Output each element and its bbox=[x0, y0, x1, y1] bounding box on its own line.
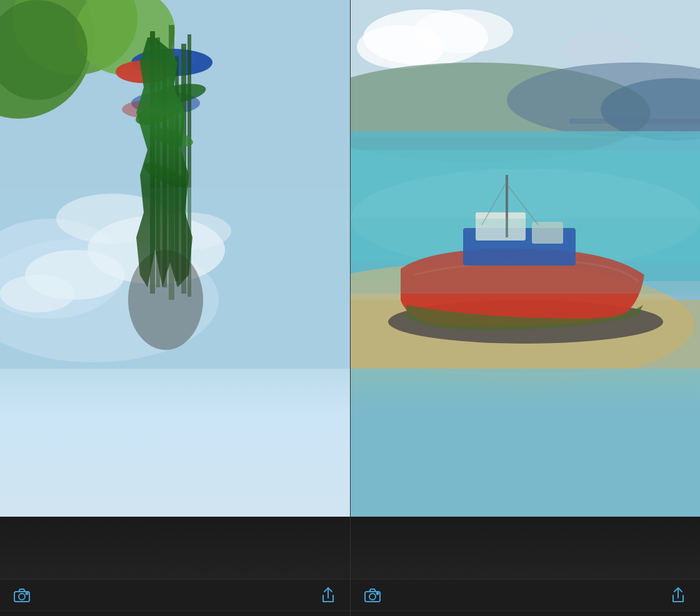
svg-rect-21 bbox=[181, 44, 186, 294]
left-filter-strip: Vibrant Natural bbox=[0, 611, 350, 616]
svg-point-31 bbox=[26, 592, 28, 594]
svg-point-85 bbox=[369, 594, 376, 600]
right-toolbar bbox=[351, 579, 700, 611]
left-dark-spacer bbox=[0, 517, 350, 580]
camera-icon bbox=[13, 588, 31, 603]
right-share-button[interactable] bbox=[669, 586, 688, 605]
right-dark-spacer bbox=[351, 517, 700, 580]
svg-rect-83 bbox=[351, 219, 700, 294]
left-panel: Vibrant Natural bbox=[0, 0, 350, 616]
svg-rect-28 bbox=[0, 187, 350, 369]
right-camera-icon bbox=[364, 588, 381, 603]
svg-rect-17 bbox=[156, 37, 160, 287]
svg-point-26 bbox=[141, 158, 190, 192]
right-filter-strip: Soaked Shallow bbox=[351, 611, 700, 616]
svg-rect-70 bbox=[569, 119, 700, 124]
left-toolbar bbox=[0, 579, 350, 611]
left-share-button[interactable] bbox=[319, 586, 338, 605]
svg-point-15 bbox=[122, 101, 172, 118]
left-watercolor-svg bbox=[0, 0, 350, 369]
right-panel: Soaked Shallow bbox=[350, 0, 700, 616]
left-image-canvas[interactable] bbox=[0, 0, 350, 517]
svg-point-86 bbox=[377, 592, 379, 594]
right-share-icon bbox=[671, 587, 686, 604]
svg-rect-19 bbox=[169, 25, 174, 300]
svg-point-65 bbox=[413, 9, 513, 53]
right-camera-button[interactable] bbox=[363, 586, 382, 605]
right-watercolor-svg bbox=[351, 0, 700, 369]
svg-point-13 bbox=[116, 61, 172, 83]
svg-rect-18 bbox=[162, 50, 167, 287]
svg-point-23 bbox=[132, 95, 186, 130]
svg-point-30 bbox=[19, 594, 25, 600]
share-icon bbox=[321, 587, 336, 604]
left-camera-button[interactable] bbox=[12, 586, 31, 605]
right-image-canvas[interactable] bbox=[351, 0, 700, 517]
